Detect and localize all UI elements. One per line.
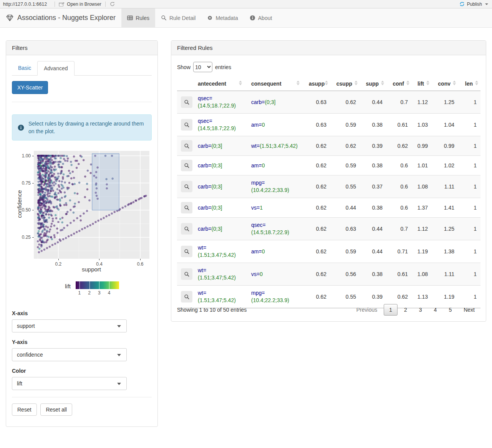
consequent-value: (10.4;22.2;33.9): [251, 297, 289, 303]
xaxis-select[interactable]: support: [12, 319, 127, 332]
tab-rule-detail-label: Rule Detail: [169, 15, 195, 21]
rule-detail-button[interactable]: [181, 119, 192, 131]
tab-basic[interactable]: Basic: [12, 61, 37, 76]
page-button-2[interactable]: 2: [399, 304, 412, 316]
previous-page-button[interactable]: Previous: [351, 304, 383, 316]
rule-detail-button[interactable]: [181, 223, 192, 235]
rule-detail-button[interactable]: [181, 160, 192, 171]
consequent-variable: qsec=: [251, 222, 266, 228]
rule-detail-button[interactable]: [181, 181, 192, 192]
sort-icon: [453, 81, 456, 85]
plot-x-axis-title: support: [57, 266, 126, 273]
publish-caret-icon[interactable]: [485, 3, 488, 5]
legend-tick-mark: [80, 281, 80, 289]
tab-rule-detail[interactable]: Rule Detail: [155, 8, 201, 27]
consequent-variable: wt=: [251, 143, 260, 149]
cell-conv: 1.02: [432, 156, 458, 175]
column-conv[interactable]: conv: [432, 77, 458, 91]
rule-detail-button[interactable]: [181, 202, 192, 213]
tab-rules[interactable]: Rules: [121, 8, 155, 27]
antecedent-variable: wt=: [198, 267, 206, 273]
page-button-5[interactable]: 5: [443, 304, 457, 316]
page-button-4[interactable]: 4: [429, 304, 442, 316]
chevron-down-icon: [117, 383, 121, 385]
color-label: Color: [12, 368, 152, 374]
cell-asupp: 0.62: [305, 136, 330, 156]
x-tick-label: 0.2: [51, 261, 66, 267]
scatter-plot: confidence support lift 0.250.500.751.00…: [12, 150, 152, 299]
reload-button[interactable]: [106, 0, 119, 8]
cell-csupp: 0.55: [330, 175, 360, 198]
sort-icon: [381, 81, 384, 85]
tab-advanced[interactable]: Advanced: [37, 61, 74, 76]
reset-button[interactable]: Reset: [12, 403, 37, 416]
info-alert-text: Select rules by drawing a rectangle arou…: [28, 120, 146, 135]
consequent-value: 0: [262, 248, 265, 255]
antecedent-variable: qsec=: [198, 118, 212, 124]
rule-detail-button[interactable]: [181, 268, 192, 280]
consequent-variable: am=: [251, 122, 262, 128]
cell-csupp: 0.62: [330, 136, 360, 156]
cell-lift: 1.12: [412, 91, 432, 114]
column-lift[interactable]: lift: [412, 77, 432, 91]
table-row: carb=(0;3] mpg=(10.4;22.2;33.9) 0.62 0.5…: [177, 175, 480, 198]
cell-conf: 0.7: [386, 91, 412, 114]
sort-icon: [406, 81, 409, 85]
cell-lift: 1.08: [412, 175, 432, 198]
cell-csupp: 0.44: [330, 198, 360, 218]
page-button-1[interactable]: 1: [384, 304, 398, 316]
y-tick-label: 1.00: [15, 153, 31, 159]
open-in-browser-button[interactable]: Open in Browser: [55, 0, 105, 8]
cell-len: 1: [458, 218, 480, 240]
reload-icon: [109, 1, 115, 7]
cell-asupp: 0.63: [305, 114, 330, 136]
open-in-browser-label: Open in Browser: [67, 2, 101, 7]
gear-icon: [207, 15, 213, 21]
column-antecedent[interactable]: antecedent: [194, 77, 247, 91]
column-len[interactable]: len: [458, 77, 480, 91]
column-supp[interactable]: supp: [360, 77, 386, 91]
cell-conv: 1.25: [432, 218, 458, 240]
color-selected-value: lift: [17, 380, 22, 387]
yaxis-select[interactable]: confidence: [12, 348, 127, 361]
cell-conf: 0.61: [386, 263, 412, 286]
column-conf[interactable]: conf: [386, 77, 412, 91]
cell-len: 1: [458, 240, 480, 263]
legend-tick-mark: [109, 281, 109, 289]
next-page-button[interactable]: Next: [458, 304, 480, 316]
cell-len: 1: [458, 198, 480, 218]
tab-metadata[interactable]: Metadata: [201, 8, 244, 27]
rule-detail-button[interactable]: [181, 140, 192, 152]
rule-detail-button[interactable]: [181, 246, 192, 257]
page-length-select[interactable]: 10: [193, 62, 212, 72]
consequent-value: 1: [260, 205, 263, 211]
table-row: carb=(0;3] am=0 0.62 0.59 0.38 0.6 1.01 …: [177, 156, 480, 175]
y-tick-mark: [32, 210, 34, 210]
rule-detail-button[interactable]: [181, 96, 192, 108]
search-icon: [184, 99, 190, 105]
rule-detail-button[interactable]: [181, 291, 192, 303]
filters-tabbar: Basic Advanced: [12, 61, 152, 76]
publish-button[interactable]: Publish: [459, 1, 492, 7]
antecedent-value: (14.5;18.7;22.9): [198, 125, 236, 131]
tab-about[interactable]: About: [244, 8, 278, 27]
cell-len: 1: [458, 156, 480, 175]
reset-all-button[interactable]: Reset all: [40, 403, 72, 416]
xy-scatter-button[interactable]: XY-Scatter: [12, 81, 48, 94]
filtered-rules-panel: Filtered Rules Show 10 entries anteceden…: [171, 40, 486, 322]
page-button-3[interactable]: 3: [414, 304, 427, 316]
column-csupp[interactable]: csupp: [330, 77, 360, 91]
scatter-plot-canvas[interactable]: [34, 151, 149, 259]
cell-asupp: 0.62: [305, 218, 330, 240]
table-row: wt=(1.51;3.47;5.42) am=0 0.62 0.59 0.44 …: [177, 240, 480, 263]
color-select[interactable]: lift: [12, 377, 127, 390]
filters-panel: Filters Basic Advanced XY-Scatter Select…: [6, 40, 158, 427]
column-asupp[interactable]: asupp: [305, 77, 330, 91]
legend-tick-label: 4: [106, 290, 112, 296]
browser-window-icon: [59, 2, 65, 7]
cell-csupp: 0.62: [330, 91, 360, 114]
consequent-variable: carb=: [251, 99, 265, 105]
viewer-toolbar: http://127.0.0.1:6612 Open in Browser Pu…: [0, 0, 492, 8]
column-consequent[interactable]: consequent: [247, 77, 305, 91]
navbar: Associations - Nuggets Explorer Rules Ru…: [0, 8, 492, 28]
